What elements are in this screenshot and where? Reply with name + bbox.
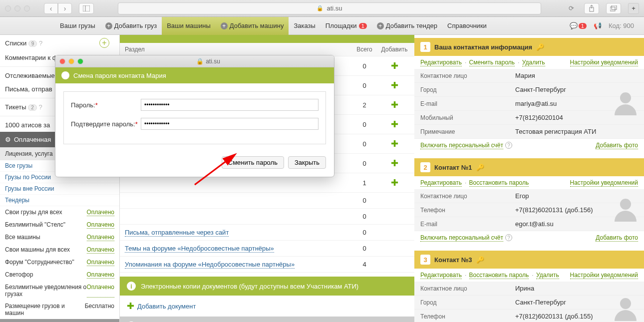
nav-label: Ваши грузы xyxy=(60,22,95,29)
notifications-link[interactable]: Настройки уведомлений xyxy=(570,272,638,279)
nav-buttons: ‹ › xyxy=(44,3,72,14)
status-link[interactable]: Оплачено xyxy=(87,221,114,229)
sidebar-lists[interactable]: Списки 9 ? + xyxy=(0,35,119,51)
add-list-button[interactable]: + xyxy=(99,38,109,48)
settings-banner: ⚙Настройки системы xyxy=(120,317,414,322)
tabs-button[interactable] xyxy=(606,3,621,14)
edit-link[interactable]: Редактировать xyxy=(420,179,462,187)
sidebar-item[interactable]: Тендеры xyxy=(0,195,119,206)
tabs-icon xyxy=(610,5,617,11)
plus-icon: + xyxy=(105,22,112,29)
restore-password-link[interactable]: Восстановить пароль xyxy=(469,179,529,187)
sidebar-toggle-button[interactable] xyxy=(79,3,94,14)
badge: 1 xyxy=(359,23,367,29)
status-link[interactable]: Оплачено xyxy=(87,209,114,216)
nav-your-cargo[interactable]: Ваши грузы xyxy=(55,17,100,35)
notifications-link[interactable]: Настройки уведомлений xyxy=(570,179,638,187)
nav-add-cargo[interactable]: +Добавить груз xyxy=(100,17,162,35)
row-link[interactable]: Темы на форуме «Недобросовестные партнёр… xyxy=(125,245,274,253)
nav-orders[interactable]: Заказы xyxy=(289,17,320,35)
item-name: Светофор xyxy=(5,271,33,279)
maximize-window-icon[interactable] xyxy=(24,5,30,11)
forward-button[interactable]: › xyxy=(58,3,72,14)
close-modal-button[interactable]: Закрыть xyxy=(288,156,326,169)
banner-text: Электронные копии документов (будут дост… xyxy=(141,283,358,290)
add-document-button[interactable]: ✚Добавить документ xyxy=(120,296,414,317)
add-photo-link[interactable]: Добавить фото xyxy=(596,142,638,149)
table-row: 0 xyxy=(120,209,414,225)
password-input[interactable] xyxy=(141,99,319,111)
add-button[interactable]: ✚ xyxy=(391,80,398,90)
confirm-password-label: Подтвердите пароль: xyxy=(71,120,135,128)
status-link[interactable]: Оплачено xyxy=(87,234,114,241)
card-footer: Включить персональный счёт? Добавить фот… xyxy=(414,139,644,152)
svg-rect-0 xyxy=(83,5,90,11)
plus-icon: + xyxy=(221,22,228,29)
nav-your-trucks[interactable]: Ваши машины xyxy=(162,17,216,35)
info-label: Телефон xyxy=(420,313,515,320)
add-button[interactable]: ✚ xyxy=(391,100,398,110)
personal-account-link[interactable]: Включить персональный счёт xyxy=(420,234,503,242)
sidebar-tariff[interactable]: ⚙Тарифный план sms-уведомлений xyxy=(0,319,119,322)
status-link[interactable]: Оплачено xyxy=(87,284,114,298)
edit-link[interactable]: Редактировать xyxy=(420,59,462,66)
confirm-password-input[interactable] xyxy=(141,118,319,130)
info-label: Город xyxy=(420,299,515,306)
browser-toolbar: ‹ › 🔒 ati.su ⟳ + xyxy=(0,0,644,17)
plus-icon: ✚ xyxy=(127,301,134,312)
info-label: E-mail xyxy=(420,221,515,228)
card-header: 3Контакт №3🔑 xyxy=(414,251,644,269)
nav-directories[interactable]: Справочники xyxy=(442,17,492,35)
nav-add-tender[interactable]: +Добавить тендер xyxy=(372,17,442,35)
sidebar-item[interactable]: Грузы вне России xyxy=(0,183,119,195)
submit-change-password-button[interactable]: Сменить пароль xyxy=(222,156,284,169)
add-button[interactable]: ✚ xyxy=(391,178,398,188)
required-mark: * xyxy=(95,101,98,109)
status-text: Бесплатно xyxy=(85,303,114,317)
add-button[interactable]: ✚ xyxy=(391,119,398,129)
minimize-modal-icon[interactable] xyxy=(68,58,74,64)
maximize-modal-icon[interactable] xyxy=(77,58,83,64)
address-bar[interactable]: 🔒 ati.su xyxy=(118,2,541,14)
row-link[interactable]: Упоминания на форуме «Недобросовестные п… xyxy=(125,261,295,269)
nav-platforms[interactable]: Площадки1 xyxy=(321,17,372,35)
personal-account-link[interactable]: Включить персональный счёт xyxy=(420,142,503,149)
notifications-link[interactable]: Настройки уведомлений xyxy=(570,59,638,66)
add-button[interactable]: ✚ xyxy=(391,61,398,71)
minimize-window-icon[interactable] xyxy=(14,5,20,11)
new-tab-button[interactable]: + xyxy=(628,3,639,14)
help-icon[interactable]: ? xyxy=(505,142,512,149)
change-password-modal: 🔒ati.su Смена пароля контакта Мария Паро… xyxy=(55,55,334,177)
close-modal-icon[interactable] xyxy=(59,58,65,64)
close-window-icon[interactable] xyxy=(5,5,11,11)
row-link[interactable]: Письма, отправленные через сайт xyxy=(125,229,229,237)
edit-link[interactable]: Редактировать xyxy=(420,272,462,279)
restore-password-link[interactable]: Восстановить пароль xyxy=(469,272,529,279)
cell-total: 0 xyxy=(349,160,379,167)
status-link[interactable]: Оплачено xyxy=(87,246,114,254)
nav-add-truck[interactable]: +Добавить машину xyxy=(216,17,289,35)
status-link[interactable]: Оплачено xyxy=(87,271,114,279)
svg-rect-4 xyxy=(610,7,615,11)
megaphone-icon[interactable]: 📢 xyxy=(594,22,602,29)
sidebar-paid-row: Безлимитные уведомления о грузахОплачено xyxy=(0,281,119,300)
add-photo-link[interactable]: Добавить фото xyxy=(596,234,638,242)
change-password-link[interactable]: Сменить пароль xyxy=(469,59,515,66)
help-icon[interactable]: ? xyxy=(505,234,512,241)
reload-button[interactable]: ⟳ xyxy=(565,3,577,14)
cell-total: 0 xyxy=(349,140,379,148)
contact-card-3: 3Контакт №3🔑 Редактировать· Восстановить… xyxy=(414,251,644,322)
contact-card-self: 1Ваша контактная информация🔑 Редактирова… xyxy=(414,38,644,152)
sidebar-paid-row: Свои грузы для всехОплачено xyxy=(0,206,119,219)
delete-link[interactable]: Удалить xyxy=(522,59,545,66)
lock-icon: 🔒 xyxy=(196,58,204,65)
chat-icon[interactable]: 💬1 xyxy=(570,22,587,29)
back-button[interactable]: ‹ xyxy=(44,3,58,14)
add-button[interactable]: ✚ xyxy=(391,158,398,168)
delete-link[interactable]: Удалить xyxy=(536,272,559,279)
share-button[interactable] xyxy=(584,3,599,14)
col-section: Раздел xyxy=(125,46,349,53)
url-text: ati.su xyxy=(326,4,342,12)
status-link[interactable]: Оплачено xyxy=(87,259,114,266)
add-button[interactable]: ✚ xyxy=(391,139,398,149)
